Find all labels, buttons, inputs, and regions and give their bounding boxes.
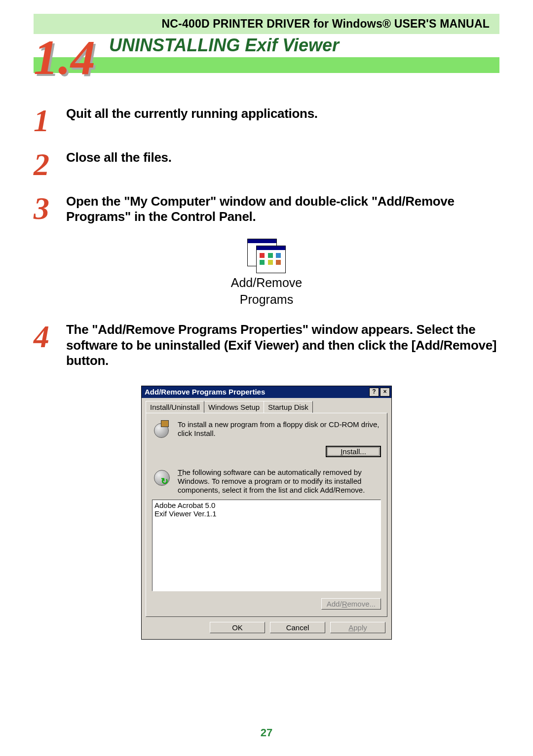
manual-page: NC-400D PRINTER DRIVER for Windows® USER… bbox=[0, 0, 533, 756]
install-text: To install a new program from a floppy d… bbox=[178, 420, 381, 440]
control-panel-icon-wrap: Add/Remove Programs bbox=[34, 239, 499, 306]
install-section: To install a new program from a floppy d… bbox=[152, 420, 381, 440]
dialog-footer: OK Cancel Apply bbox=[142, 617, 391, 639]
help-button[interactable]: ? bbox=[369, 388, 379, 396]
section-heading: 1.4 1.4 UNINSTALLING Exif Viewer bbox=[34, 35, 499, 81]
add-remove-button[interactable]: Add/Remove... bbox=[321, 598, 381, 610]
step-text: Quit all the currently running applicati… bbox=[66, 106, 499, 121]
remove-icon bbox=[152, 468, 172, 488]
install-button[interactable]: Install... bbox=[326, 446, 381, 457]
step-number: 4 bbox=[34, 325, 51, 349]
steps-list: 1 Quit all the currently running applica… bbox=[34, 106, 499, 640]
step-4: 4 The "Add/Remove Programs Properties" w… bbox=[34, 322, 499, 368]
add-remove-programs-icon: Add/Remove Programs bbox=[231, 239, 303, 306]
tab-startup-disk[interactable]: Startup Disk bbox=[264, 401, 313, 413]
step-3: 3 Open the "My Computer" window and doub… bbox=[34, 194, 499, 224]
section-band bbox=[34, 57, 499, 73]
ok-button[interactable]: OK bbox=[210, 622, 265, 633]
cancel-button[interactable]: Cancel bbox=[270, 622, 325, 633]
cpl-icon bbox=[247, 239, 286, 273]
icon-label-line2: Programs bbox=[231, 293, 303, 307]
tab-row: Install/Uninstall Windows Setup Startup … bbox=[142, 398, 391, 413]
icon-label-line1: Add/Remove bbox=[231, 276, 303, 290]
dialog-screenshot: Add/Remove Programs Properties ? × Insta… bbox=[141, 386, 392, 640]
list-item[interactable]: Exif Viewer Ver.1.1 bbox=[154, 509, 379, 518]
step-number: 2 bbox=[34, 153, 51, 177]
dialog-title: Add/Remove Programs Properties bbox=[145, 388, 265, 396]
tab-windows-setup[interactable]: Windows Setup bbox=[204, 401, 264, 413]
step-number: 3 bbox=[34, 197, 51, 220]
section-title: UNINSTALLING Exif Viewer bbox=[109, 35, 339, 56]
step-1: 1 Quit all the currently running applica… bbox=[34, 106, 499, 133]
manual-title-bar: NC-400D PRINTER DRIVER for Windows® USER… bbox=[34, 14, 499, 34]
install-icon bbox=[152, 420, 172, 440]
step-2: 2 Close all the files. bbox=[34, 150, 499, 177]
titlebar-buttons: ? × bbox=[369, 388, 390, 396]
close-button[interactable]: × bbox=[380, 388, 390, 396]
apply-button[interactable]: Apply bbox=[330, 622, 385, 633]
list-item[interactable]: Adobe Acrobat 5.0 bbox=[154, 501, 379, 509]
manual-title: NC-400D PRINTER DRIVER for Windows® USER… bbox=[161, 17, 490, 30]
dialog-titlebar: Add/Remove Programs Properties ? × bbox=[142, 386, 391, 398]
programs-listbox[interactable]: Adobe Acrobat 5.0 Exif Viewer Ver.1.1 bbox=[152, 500, 381, 591]
step-text: The "Add/Remove Programs Properties" win… bbox=[66, 322, 499, 368]
dialog-window: Add/Remove Programs Properties ? × Insta… bbox=[141, 386, 392, 640]
step-text: Open the "My Computer" window and double… bbox=[66, 194, 499, 224]
install-button-row: Install... bbox=[152, 446, 381, 457]
tab-install-uninstall[interactable]: Install/Uninstall bbox=[146, 401, 204, 413]
addremove-button-row: Add/Remove... bbox=[152, 598, 381, 610]
section-number: 1.4 bbox=[34, 29, 95, 86]
remove-text: The following software can be automatica… bbox=[178, 468, 381, 495]
step-number: 1 bbox=[34, 109, 51, 133]
step-text: Close all the files. bbox=[66, 150, 499, 165]
tab-content: To install a new program from a floppy d… bbox=[146, 413, 387, 617]
page-number: 27 bbox=[0, 726, 533, 739]
remove-section: The following software can be automatica… bbox=[152, 468, 381, 495]
